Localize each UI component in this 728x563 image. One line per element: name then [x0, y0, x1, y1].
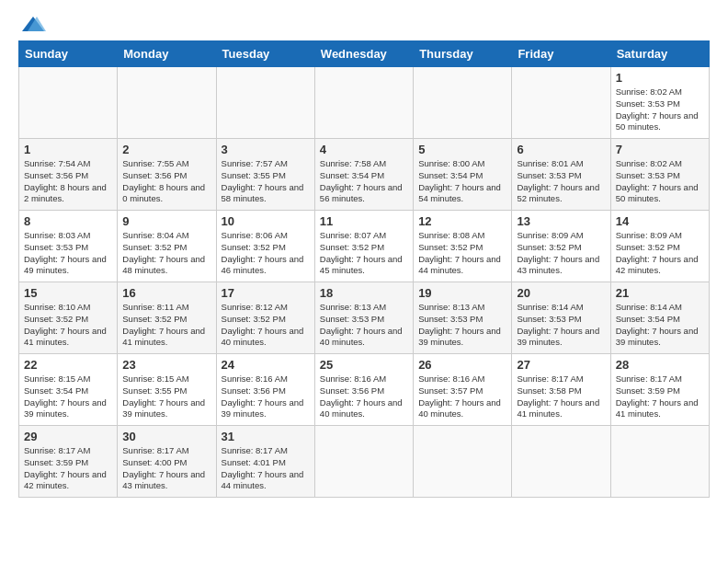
day-cell: 2Sunrise: 7:55 AMSunset: 3:56 PMDaylight… — [118, 139, 216, 211]
day-number: 1 — [24, 143, 112, 156]
day-cell: 25Sunrise: 8:16 AMSunset: 3:56 PMDayligh… — [314, 354, 413, 426]
day-info: Sunrise: 7:58 AMSunset: 3:54 PMDaylight:… — [320, 158, 408, 205]
day-number: 6 — [517, 143, 605, 156]
day-info: Sunrise: 8:16 AMSunset: 3:57 PMDaylight:… — [418, 373, 506, 420]
day-number: 30 — [122, 430, 210, 443]
header — [18, 15, 710, 29]
day-cell: 11Sunrise: 8:07 AMSunset: 3:52 PMDayligh… — [314, 211, 413, 282]
day-cell: 6Sunrise: 8:01 AMSunset: 3:53 PMDaylight… — [512, 139, 610, 211]
day-cell: 15Sunrise: 8:10 AMSunset: 3:52 PMDayligh… — [19, 282, 118, 354]
day-number: 7 — [616, 143, 704, 156]
day-info: Sunrise: 8:16 AMSunset: 3:56 PMDaylight:… — [222, 373, 310, 420]
day-number: 23 — [122, 358, 210, 372]
day-info: Sunrise: 8:02 AMSunset: 3:53 PMDaylight:… — [616, 86, 704, 133]
empty-cell — [610, 426, 709, 498]
day-info: Sunrise: 8:04 AMSunset: 3:52 PMDaylight:… — [122, 230, 210, 277]
week-row: 1Sunrise: 7:54 AMSunset: 3:56 PMDaylight… — [19, 139, 710, 211]
day-header-friday: Friday — [512, 41, 610, 67]
day-info: Sunrise: 8:07 AMSunset: 3:52 PMDaylight:… — [320, 230, 408, 277]
day-header-sunday: Sunday — [19, 41, 118, 67]
day-info: Sunrise: 8:08 AMSunset: 3:52 PMDaylight:… — [418, 230, 506, 277]
logo-icon — [20, 15, 46, 33]
day-number: 9 — [122, 214, 210, 228]
day-cell: 24Sunrise: 8:16 AMSunset: 3:56 PMDayligh… — [216, 354, 314, 426]
day-number: 15 — [24, 286, 112, 300]
day-cell: 20Sunrise: 8:14 AMSunset: 3:53 PMDayligh… — [512, 282, 610, 354]
day-info: Sunrise: 8:09 AMSunset: 3:52 PMDaylight:… — [517, 230, 605, 277]
day-cell: 13Sunrise: 8:09 AMSunset: 3:52 PMDayligh… — [512, 211, 610, 282]
day-number: 20 — [517, 286, 605, 300]
calendar: SundayMondayTuesdayWednesdayThursdayFrid… — [18, 40, 710, 498]
day-info: Sunrise: 8:01 AMSunset: 3:53 PMDaylight:… — [517, 158, 605, 205]
day-info: Sunrise: 8:12 AMSunset: 3:52 PMDaylight:… — [222, 302, 310, 349]
day-info: Sunrise: 8:13 AMSunset: 3:53 PMDaylight:… — [418, 302, 506, 349]
day-number: 3 — [222, 143, 310, 156]
day-cell: 18Sunrise: 8:13 AMSunset: 3:53 PMDayligh… — [314, 282, 413, 354]
day-header-tuesday: Tuesday — [216, 41, 314, 67]
day-number: 4 — [320, 143, 408, 156]
day-cell: 29Sunrise: 8:17 AMSunset: 3:59 PMDayligh… — [19, 426, 118, 498]
day-info: Sunrise: 8:15 AMSunset: 3:55 PMDaylight:… — [122, 373, 210, 420]
day-number: 27 — [517, 358, 605, 372]
day-number: 12 — [418, 214, 506, 228]
day-cell: 7Sunrise: 8:02 AMSunset: 3:53 PMDaylight… — [610, 139, 709, 211]
day-number: 16 — [122, 286, 210, 300]
day-cell: 1Sunrise: 7:54 AMSunset: 3:56 PMDaylight… — [19, 139, 118, 211]
day-cell: 16Sunrise: 8:11 AMSunset: 3:52 PMDayligh… — [118, 282, 216, 354]
page-container: SundayMondayTuesdayWednesdayThursdayFrid… — [0, 0, 728, 507]
day-header-monday: Monday — [118, 41, 216, 67]
day-info: Sunrise: 8:17 AMSunset: 4:00 PMDaylight:… — [122, 445, 210, 492]
day-cell: 10Sunrise: 8:06 AMSunset: 3:52 PMDayligh… — [216, 211, 314, 282]
day-info: Sunrise: 8:11 AMSunset: 3:52 PMDaylight:… — [122, 302, 210, 349]
day-number: 18 — [320, 286, 408, 300]
day-cell: 14Sunrise: 8:09 AMSunset: 3:52 PMDayligh… — [610, 211, 709, 282]
day-number: 21 — [616, 286, 704, 300]
day-number: 8 — [24, 214, 112, 228]
day-info: Sunrise: 8:14 AMSunset: 3:53 PMDaylight:… — [517, 302, 605, 349]
day-cell: 21Sunrise: 8:14 AMSunset: 3:54 PMDayligh… — [610, 282, 709, 354]
day-cell: 22Sunrise: 8:15 AMSunset: 3:54 PMDayligh… — [19, 354, 118, 426]
day-number: 10 — [222, 214, 310, 228]
empty-cell — [118, 67, 216, 139]
day-cell: 3Sunrise: 7:57 AMSunset: 3:55 PMDaylight… — [216, 139, 314, 211]
week-row: 22Sunrise: 8:15 AMSunset: 3:54 PMDayligh… — [19, 354, 710, 426]
day-number: 29 — [24, 430, 112, 443]
day-info: Sunrise: 8:00 AMSunset: 3:54 PMDaylight:… — [418, 158, 506, 205]
logo — [18, 15, 46, 29]
day-cell: 9Sunrise: 8:04 AMSunset: 3:52 PMDaylight… — [118, 211, 216, 282]
day-info: Sunrise: 8:17 AMSunset: 4:01 PMDaylight:… — [222, 445, 310, 492]
day-header-thursday: Thursday — [414, 41, 512, 67]
day-cell: 17Sunrise: 8:12 AMSunset: 3:52 PMDayligh… — [216, 282, 314, 354]
header-row: SundayMondayTuesdayWednesdayThursdayFrid… — [19, 41, 710, 67]
empty-cell — [314, 426, 413, 498]
day-info: Sunrise: 8:10 AMSunset: 3:52 PMDaylight:… — [24, 302, 112, 349]
day-info: Sunrise: 7:55 AMSunset: 3:56 PMDaylight:… — [122, 158, 210, 205]
day-info: Sunrise: 8:15 AMSunset: 3:54 PMDaylight:… — [24, 373, 112, 420]
week-row: 29Sunrise: 8:17 AMSunset: 3:59 PMDayligh… — [19, 426, 710, 498]
day-cell: 30Sunrise: 8:17 AMSunset: 4:00 PMDayligh… — [118, 426, 216, 498]
day-cell: 19Sunrise: 8:13 AMSunset: 3:53 PMDayligh… — [414, 282, 512, 354]
day-cell: 26Sunrise: 8:16 AMSunset: 3:57 PMDayligh… — [414, 354, 512, 426]
empty-cell — [414, 67, 512, 139]
day-number: 19 — [418, 286, 506, 300]
day-number: 5 — [418, 143, 506, 156]
empty-cell — [414, 426, 512, 498]
week-row: 8Sunrise: 8:03 AMSunset: 3:53 PMDaylight… — [19, 211, 710, 282]
empty-cell — [512, 67, 610, 139]
day-info: Sunrise: 8:03 AMSunset: 3:53 PMDaylight:… — [24, 230, 112, 277]
day-number: 24 — [222, 358, 310, 372]
day-cell: 28Sunrise: 8:17 AMSunset: 3:59 PMDayligh… — [610, 354, 709, 426]
day-cell: 4Sunrise: 7:58 AMSunset: 3:54 PMDaylight… — [314, 139, 413, 211]
day-number: 14 — [616, 214, 704, 228]
day-info: Sunrise: 8:13 AMSunset: 3:53 PMDaylight:… — [320, 302, 408, 349]
day-cell: 23Sunrise: 8:15 AMSunset: 3:55 PMDayligh… — [118, 354, 216, 426]
day-number: 2 — [122, 143, 210, 156]
day-info: Sunrise: 8:17 AMSunset: 3:59 PMDaylight:… — [616, 373, 704, 420]
day-cell: 1Sunrise: 8:02 AMSunset: 3:53 PMDaylight… — [610, 67, 709, 139]
day-info: Sunrise: 8:14 AMSunset: 3:54 PMDaylight:… — [616, 302, 704, 349]
day-cell: 31Sunrise: 8:17 AMSunset: 4:01 PMDayligh… — [216, 426, 314, 498]
day-info: Sunrise: 7:57 AMSunset: 3:55 PMDaylight:… — [222, 158, 310, 205]
day-info: Sunrise: 8:17 AMSunset: 3:59 PMDaylight:… — [24, 445, 112, 492]
day-number: 22 — [24, 358, 112, 372]
day-header-saturday: Saturday — [610, 41, 709, 67]
